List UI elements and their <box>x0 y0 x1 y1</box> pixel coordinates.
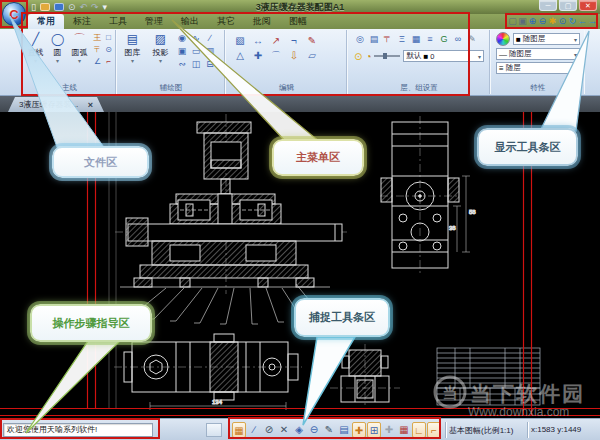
tab-tools[interactable]: 工具 <box>100 14 136 29</box>
sketch-line-icon[interactable]: ∕ <box>203 32 217 45</box>
bar-icon[interactable]: ▭ <box>189 45 203 58</box>
prev-view-icon[interactable]: ← <box>578 15 587 28</box>
window-icon[interactable]: ▢ <box>508 15 517 28</box>
cross-icon[interactable]: ✚ <box>382 422 396 438</box>
stretch-icon[interactable]: ▱ <box>303 48 321 63</box>
minimize-button[interactable]: ─ <box>539 0 557 11</box>
aux-mini-toolbar: ◉∿∕▣▭▥∾◫⊟ <box>175 32 217 71</box>
zoom-dynamic-icon[interactable]: ⊙ <box>558 15 567 28</box>
midpoint-snap-icon[interactable]: ◈ <box>292 422 306 438</box>
drop-icon[interactable]: ⇩ <box>285 48 303 63</box>
windows-icon[interactable]: ▣ <box>518 15 527 28</box>
point-icon[interactable]: ⊙ <box>103 44 114 56</box>
grid-snap-icon[interactable]: ⊞ <box>367 422 381 438</box>
watermark-title: 当下软件园 <box>470 382 585 405</box>
intersection-snap-icon[interactable]: ✕ <box>277 422 291 438</box>
chevron-down-icon[interactable]: ▾ <box>478 53 481 60</box>
pen-icon[interactable]: ✎ <box>465 33 479 46</box>
mirror-icon[interactable]: ↔ <box>249 33 267 48</box>
trim-icon[interactable]: ¬ <box>285 33 303 48</box>
grid-icon[interactable]: ▦ <box>397 422 411 438</box>
zoom-in-icon[interactable]: ⊕ <box>528 15 537 28</box>
chevron-down-icon[interactable]: ▾ <box>78 58 81 64</box>
centerline-icon[interactable]: 〒 <box>92 44 103 56</box>
layer-z-icon[interactable]: Ξ <box>395 33 409 46</box>
tab-output[interactable]: 输出 <box>172 14 208 29</box>
edit-pen-icon[interactable]: ✎ <box>303 33 321 48</box>
list-icon[interactable]: ≡ <box>423 33 437 46</box>
tangent-snap-icon[interactable]: ⊖ <box>307 422 321 438</box>
layer-color-icon[interactable]: ◎ <box>353 33 367 46</box>
chevron-down-icon[interactable]: ▾ <box>574 36 577 43</box>
line-button[interactable]: ╱ 直线 ▾ <box>25 32 46 68</box>
rotate-icon[interactable]: ↗ <box>267 33 285 48</box>
fillet-icon[interactable]: ⌒ <box>267 48 285 63</box>
linewidth-slider[interactable] <box>374 55 400 57</box>
lineweight-combo[interactable]: ≡ 随层 ▾ <box>496 62 580 74</box>
hatch-icon[interactable]: ▥ <box>203 45 217 58</box>
image-icon[interactable]: ▦ <box>409 33 423 46</box>
color-combo[interactable]: ■ 随图层 ▾ <box>513 33 580 45</box>
zoom-out-icon[interactable]: ⊖ <box>538 15 547 28</box>
chevron-down-icon[interactable]: ▾ <box>56 58 59 64</box>
library-button[interactable]: ▤ 图库 ▾ <box>119 32 146 71</box>
tab-common[interactable]: 常用 <box>28 14 64 29</box>
move-snap-icon[interactable]: ✚ <box>352 422 366 438</box>
redraw-icon[interactable]: ↻ <box>568 15 577 28</box>
tab-review[interactable]: 批阅 <box>244 14 280 29</box>
pen-snap-icon[interactable]: ✎ <box>322 422 336 438</box>
scale-icon[interactable]: △ <box>231 48 249 63</box>
line-snap-icon[interactable]: ∕ <box>247 422 261 438</box>
projection-icon: ▨ <box>155 32 166 47</box>
no-snap-icon[interactable]: ⊘ <box>262 422 276 438</box>
array-icon[interactable]: ▧ <box>231 33 249 48</box>
offset-line-icon[interactable]: 王 <box>92 32 103 44</box>
tab-manage[interactable]: 管理 <box>136 14 172 29</box>
angle-line-icon[interactable]: ∠ <box>92 56 103 68</box>
polar-icon[interactable]: ⌐ <box>427 422 441 438</box>
chevron-down-icon[interactable]: ▾ <box>574 51 577 58</box>
circle-button[interactable]: ◯ 圆 ▾ <box>47 32 68 68</box>
layer-lock-icon[interactable]: ◔ <box>365 51 371 62</box>
spline-icon[interactable]: ∿ <box>189 32 203 45</box>
close-button[interactable]: ✕ <box>579 0 597 11</box>
wave-icon[interactable]: ∾ <box>175 58 189 71</box>
block-icon[interactable]: ▣ <box>175 45 189 58</box>
status-message: 欢迎您使用天喻系列软件! <box>3 423 153 437</box>
close-tab-icon[interactable]: × <box>88 100 93 110</box>
tab-other[interactable]: 其它 <box>208 14 244 29</box>
chevron-down-icon[interactable]: ▾ <box>34 58 37 64</box>
layer-t-icon[interactable]: 〒 <box>381 33 395 46</box>
rectangle-icon[interactable]: □ <box>103 32 114 44</box>
group-icon[interactable]: G <box>437 33 451 46</box>
linetype-swatch: — <box>499 50 507 59</box>
maximize-button[interactable]: ▢ <box>559 0 577 11</box>
app-logo-button[interactable]: C <box>2 2 26 26</box>
chevron-down-icon[interactable]: ▾ <box>131 58 134 64</box>
frame-icon[interactable]: ◫ <box>189 58 203 71</box>
layers-icon[interactable]: ▤ <box>367 33 381 46</box>
minus-box-icon[interactable]: ⊟ <box>203 58 217 71</box>
callout-step-guide-area: 操作步骤指导区 <box>30 304 152 342</box>
next-view-icon[interactable]: → <box>588 15 597 28</box>
linetype-combo[interactable]: — 随图层 ▾ <box>496 48 580 60</box>
ortho-icon[interactable]: ∟ <box>412 422 426 438</box>
layer-combo[interactable]: 默认 ■ 0 ▾ <box>403 50 484 62</box>
layer-visibility-icon[interactable]: ⊙ <box>354 51 362 62</box>
chevron-down-icon[interactable]: ▾ <box>574 65 577 72</box>
chevron-down-icon[interactable]: ▾ <box>159 58 162 64</box>
pan-icon[interactable]: ✱ <box>548 15 557 28</box>
document-tab[interactable]: 3液压缓存器装... × <box>8 97 104 112</box>
eye-icon[interactable]: ◉ <box>175 32 189 45</box>
link-icon[interactable]: ∞ <box>451 33 465 46</box>
status-button[interactable] <box>206 423 222 437</box>
arc-button[interactable]: ⌒ 圆弧 ▾ <box>69 32 90 68</box>
tab-sheet[interactable]: 图幅 <box>280 14 316 29</box>
color-wheel-icon[interactable] <box>496 32 510 46</box>
polyline-icon[interactable]: ⌐ <box>103 56 114 68</box>
move-icon[interactable]: ✚ <box>249 48 267 63</box>
tab-annotate[interactable]: 标注 <box>64 14 100 29</box>
dynamic-input-icon[interactable]: ▦ <box>232 422 246 438</box>
notebook-icon[interactable]: ▤ <box>337 422 351 438</box>
projection-button[interactable]: ▨ 投影 ▾ <box>147 32 174 71</box>
